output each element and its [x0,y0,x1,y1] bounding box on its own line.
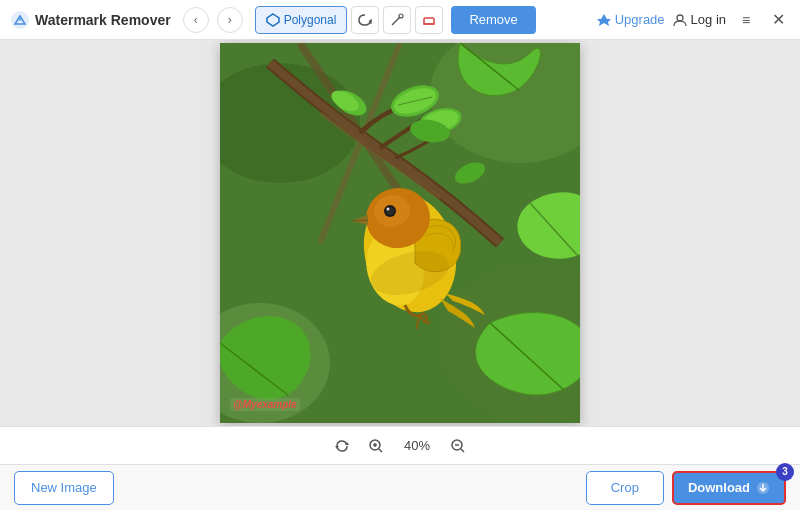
zoom-out-button[interactable] [447,435,469,457]
svg-marker-7 [597,14,611,26]
upgrade-button[interactable]: Upgrade [597,12,665,27]
svg-rect-5 [424,18,434,24]
menu-button[interactable]: ≡ [734,8,758,32]
download-icon [756,481,770,495]
crop-button[interactable]: Crop [586,471,664,505]
image-container: @Myexample [220,43,580,423]
zoom-bar: 40% [0,426,800,464]
polygonal-tool-button[interactable]: Polygonal [255,6,348,34]
app-logo: Watermark Remover [10,10,171,30]
footer-bar: New Image Crop 3 Download [0,464,800,510]
zoom-in-icon [368,438,384,454]
svg-point-4 [399,14,403,18]
app-title: Watermark Remover [35,12,171,28]
rotate-icon [334,438,350,454]
brush-tool-button[interactable] [383,6,411,34]
polygonal-icon [266,13,280,27]
main-canvas-area: @Myexample [0,40,800,426]
zoom-out-icon [450,438,466,454]
bird-image [220,43,580,423]
back-button[interactable]: ‹ [183,7,209,33]
lasso-icon [358,13,372,27]
svg-point-32 [387,208,390,211]
eraser-icon [422,13,436,27]
forward-button[interactable]: › [217,7,243,33]
user-icon [673,13,687,27]
close-button[interactable]: ✕ [766,8,790,32]
eraser-tool-button[interactable] [415,6,443,34]
login-button[interactable]: Log in [673,12,726,27]
bird-illustration [220,43,580,423]
remove-button[interactable]: Remove [451,6,535,34]
header: Watermark Remover ‹ › Polygonal [0,0,800,40]
header-right: Upgrade Log in ≡ ✕ [597,8,790,32]
zoom-level: 40% [399,438,435,453]
brush-icon [390,13,404,27]
logo-icon [10,10,30,30]
svg-line-46 [461,449,464,452]
svg-point-8 [677,15,683,21]
svg-line-3 [392,17,400,25]
download-badge: 3 [776,463,794,481]
new-image-button[interactable]: New Image [14,471,114,505]
watermark-text: @Myexample [230,398,300,411]
rotate-button[interactable] [331,435,353,457]
tool-group: Polygonal [255,6,444,34]
svg-line-43 [379,449,382,452]
svg-point-1 [18,17,22,21]
download-button[interactable]: Download [672,471,786,505]
upgrade-icon [597,13,611,27]
download-button-wrapper: 3 Download [672,471,786,505]
zoom-in-button[interactable] [365,435,387,457]
lasso-tool-button[interactable] [351,6,379,34]
svg-marker-2 [267,14,279,26]
